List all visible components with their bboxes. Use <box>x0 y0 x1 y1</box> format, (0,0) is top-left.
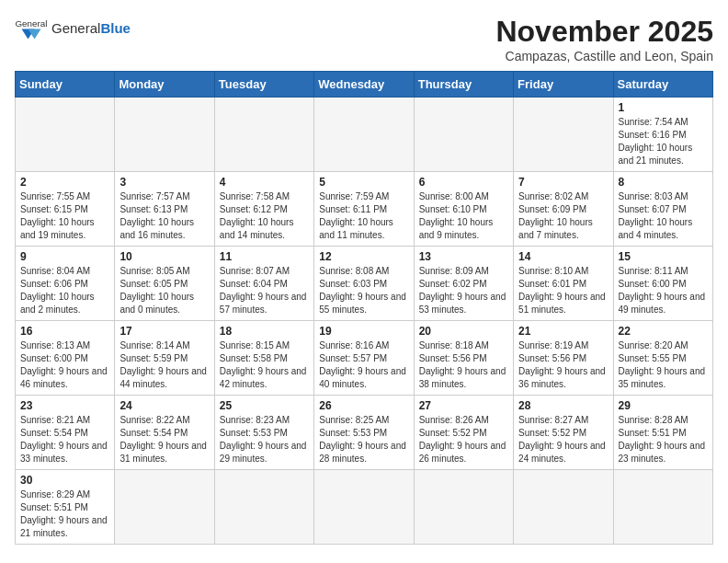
calendar-cell <box>214 98 313 172</box>
subtitle: Campazas, Castille and Leon, Spain <box>495 49 713 63</box>
weekday-header-friday: Friday <box>514 72 613 98</box>
calendar-cell: 25Sunrise: 8:23 AM Sunset: 5:53 PM Dayli… <box>214 396 313 470</box>
day-number: 1 <box>619 101 708 114</box>
day-info: Sunrise: 8:18 AM Sunset: 5:56 PM Dayligh… <box>419 339 508 391</box>
day-number: 16 <box>20 325 109 338</box>
weekday-header-tuesday: Tuesday <box>214 72 313 98</box>
day-number: 8 <box>619 176 708 189</box>
calendar-cell: 19Sunrise: 8:16 AM Sunset: 5:57 PM Dayli… <box>314 321 414 396</box>
calendar-week-row: 23Sunrise: 8:21 AM Sunset: 5:54 PM Dayli… <box>16 396 713 470</box>
day-number: 20 <box>419 325 508 338</box>
calendar-cell <box>314 470 414 545</box>
day-info: Sunrise: 8:04 AM Sunset: 6:06 PM Dayligh… <box>20 265 109 316</box>
day-number: 4 <box>220 176 309 189</box>
calendar-cell <box>613 470 712 545</box>
calendar-cell: 27Sunrise: 8:26 AM Sunset: 5:52 PM Dayli… <box>414 396 513 470</box>
day-info: Sunrise: 8:25 AM Sunset: 5:53 PM Dayligh… <box>319 414 408 465</box>
calendar-cell: 16Sunrise: 8:13 AM Sunset: 6:00 PM Dayli… <box>16 321 115 396</box>
day-info: Sunrise: 8:00 AM Sunset: 6:10 PM Dayligh… <box>419 190 508 242</box>
weekday-header-monday: Monday <box>115 72 214 98</box>
day-info: Sunrise: 8:27 AM Sunset: 5:52 PM Dayligh… <box>518 414 608 465</box>
calendar-cell: 28Sunrise: 8:27 AM Sunset: 5:52 PM Dayli… <box>514 396 613 470</box>
weekday-header-saturday: Saturday <box>613 72 712 98</box>
calendar-cell <box>16 98 115 172</box>
day-number: 23 <box>20 399 109 412</box>
svg-text:General: General <box>16 18 48 29</box>
calendar-cell: 24Sunrise: 8:22 AM Sunset: 5:54 PM Dayli… <box>115 396 214 470</box>
general-blue-logo-icon: General <box>15 15 48 40</box>
day-info: Sunrise: 8:19 AM Sunset: 5:56 PM Dayligh… <box>518 339 608 391</box>
calendar-cell: 5Sunrise: 7:59 AM Sunset: 6:11 PM Daylig… <box>314 172 414 247</box>
weekday-header-thursday: Thursday <box>414 72 513 98</box>
logo: General GeneralBlue <box>15 15 131 40</box>
day-number: 10 <box>119 250 209 263</box>
day-info: Sunrise: 8:13 AM Sunset: 6:00 PM Dayligh… <box>20 339 109 391</box>
calendar-cell: 20Sunrise: 8:18 AM Sunset: 5:56 PM Dayli… <box>414 321 513 396</box>
calendar-cell: 13Sunrise: 8:09 AM Sunset: 6:02 PM Dayli… <box>414 247 513 321</box>
calendar-cell <box>115 98 214 172</box>
day-number: 12 <box>319 250 408 263</box>
day-info: Sunrise: 8:26 AM Sunset: 5:52 PM Dayligh… <box>419 414 508 465</box>
weekday-header-sunday: Sunday <box>16 72 115 98</box>
calendar-cell: 8Sunrise: 8:03 AM Sunset: 6:07 PM Daylig… <box>613 172 712 247</box>
calendar-cell <box>514 98 613 172</box>
day-info: Sunrise: 8:02 AM Sunset: 6:09 PM Dayligh… <box>518 190 608 242</box>
day-info: Sunrise: 7:57 AM Sunset: 6:13 PM Dayligh… <box>119 190 209 242</box>
day-info: Sunrise: 8:22 AM Sunset: 5:54 PM Dayligh… <box>119 414 209 465</box>
calendar-week-row: 30Sunrise: 8:29 AM Sunset: 5:51 PM Dayli… <box>16 470 713 545</box>
header: General GeneralBlue November 2025 Campaz… <box>15 15 713 63</box>
day-number: 27 <box>419 399 508 412</box>
day-info: Sunrise: 8:21 AM Sunset: 5:54 PM Dayligh… <box>20 414 109 465</box>
calendar-cell: 7Sunrise: 8:02 AM Sunset: 6:09 PM Daylig… <box>514 172 613 247</box>
calendar-cell: 12Sunrise: 8:08 AM Sunset: 6:03 PM Dayli… <box>314 247 414 321</box>
calendar-cell: 4Sunrise: 7:58 AM Sunset: 6:12 PM Daylig… <box>214 172 313 247</box>
day-number: 3 <box>119 176 209 189</box>
calendar-cell: 21Sunrise: 8:19 AM Sunset: 5:56 PM Dayli… <box>514 321 613 396</box>
day-info: Sunrise: 8:15 AM Sunset: 5:58 PM Dayligh… <box>220 339 309 391</box>
day-number: 15 <box>619 250 708 263</box>
calendar-cell <box>414 98 513 172</box>
calendar-cell: 6Sunrise: 8:00 AM Sunset: 6:10 PM Daylig… <box>414 172 513 247</box>
day-info: Sunrise: 8:29 AM Sunset: 5:51 PM Dayligh… <box>20 488 109 540</box>
weekday-header-wednesday: Wednesday <box>314 72 414 98</box>
day-number: 28 <box>518 399 608 412</box>
day-info: Sunrise: 8:08 AM Sunset: 6:03 PM Dayligh… <box>319 265 408 316</box>
day-info: Sunrise: 8:09 AM Sunset: 6:02 PM Dayligh… <box>419 265 508 316</box>
day-number: 6 <box>419 176 508 189</box>
day-number: 13 <box>419 250 508 263</box>
day-info: Sunrise: 8:11 AM Sunset: 6:00 PM Dayligh… <box>619 265 708 316</box>
day-info: Sunrise: 8:05 AM Sunset: 6:05 PM Dayligh… <box>119 265 209 316</box>
calendar-week-row: 2Sunrise: 7:55 AM Sunset: 6:15 PM Daylig… <box>16 172 713 247</box>
day-number: 11 <box>220 250 309 263</box>
day-number: 30 <box>20 474 109 487</box>
day-number: 7 <box>518 176 608 189</box>
calendar-cell: 15Sunrise: 8:11 AM Sunset: 6:00 PM Dayli… <box>613 247 712 321</box>
day-number: 26 <box>319 399 408 412</box>
day-info: Sunrise: 8:16 AM Sunset: 5:57 PM Dayligh… <box>319 339 408 391</box>
calendar-cell: 9Sunrise: 8:04 AM Sunset: 6:06 PM Daylig… <box>16 247 115 321</box>
day-number: 25 <box>220 399 309 412</box>
day-info: Sunrise: 8:03 AM Sunset: 6:07 PM Dayligh… <box>619 190 708 242</box>
calendar-cell: 11Sunrise: 8:07 AM Sunset: 6:04 PM Dayli… <box>214 247 313 321</box>
day-info: Sunrise: 8:07 AM Sunset: 6:04 PM Dayligh… <box>220 265 309 316</box>
calendar-cell: 26Sunrise: 8:25 AM Sunset: 5:53 PM Dayli… <box>314 396 414 470</box>
calendar-cell: 22Sunrise: 8:20 AM Sunset: 5:55 PM Dayli… <box>613 321 712 396</box>
calendar-cell <box>514 470 613 545</box>
day-number: 22 <box>619 325 708 338</box>
weekday-header-row: SundayMondayTuesdayWednesdayThursdayFrid… <box>16 72 713 98</box>
day-number: 29 <box>619 399 708 412</box>
calendar-week-row: 1Sunrise: 7:54 AM Sunset: 6:16 PM Daylig… <box>16 98 713 172</box>
day-number: 14 <box>518 250 608 263</box>
calendar-cell: 1Sunrise: 7:54 AM Sunset: 6:16 PM Daylig… <box>613 98 712 172</box>
calendar-cell <box>115 470 214 545</box>
calendar-cell: 30Sunrise: 8:29 AM Sunset: 5:51 PM Dayli… <box>16 470 115 545</box>
day-info: Sunrise: 8:23 AM Sunset: 5:53 PM Dayligh… <box>220 414 309 465</box>
calendar-cell: 3Sunrise: 7:57 AM Sunset: 6:13 PM Daylig… <box>115 172 214 247</box>
calendar-cell <box>214 470 313 545</box>
day-number: 19 <box>319 325 408 338</box>
calendar-cell: 23Sunrise: 8:21 AM Sunset: 5:54 PM Dayli… <box>16 396 115 470</box>
day-info: Sunrise: 8:28 AM Sunset: 5:51 PM Dayligh… <box>619 414 708 465</box>
calendar-cell: 2Sunrise: 7:55 AM Sunset: 6:15 PM Daylig… <box>16 172 115 247</box>
calendar-week-row: 16Sunrise: 8:13 AM Sunset: 6:00 PM Dayli… <box>16 321 713 396</box>
day-info: Sunrise: 7:59 AM Sunset: 6:11 PM Dayligh… <box>319 190 408 242</box>
